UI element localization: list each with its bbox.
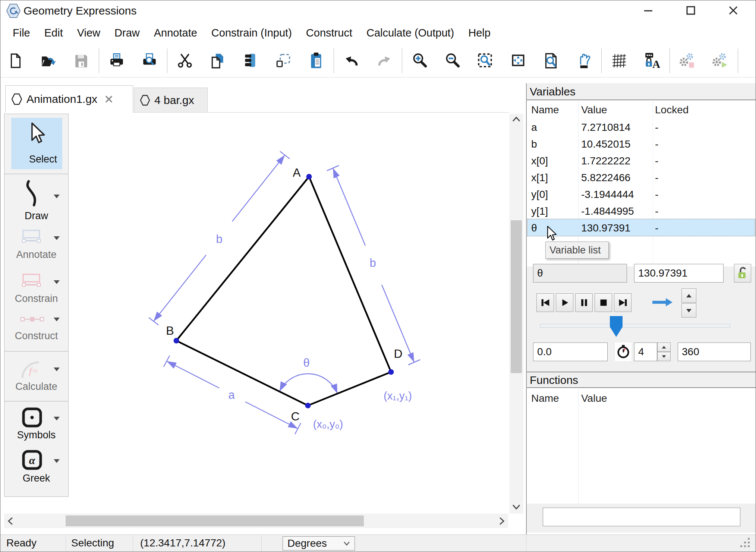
redo-icon[interactable] [376,52,393,69]
animation-end-field[interactable]: 360 [678,343,751,361]
variable-row-b[interactable]: b 10.452015 - [527,135,755,152]
menu-annotate[interactable]: Annotate [147,25,204,41]
horizontal-scroll-thumb[interactable] [66,515,364,526]
point-d[interactable] [388,369,394,375]
duration-button[interactable] [615,343,631,361]
skip-to-start-button[interactable] [536,293,554,312]
variable-row-a[interactable]: a 7.2710814 - [527,119,755,135]
quadrilateral-edges[interactable] [176,177,391,406]
minimize-button[interactable] [634,0,662,20]
scroll-right-icon[interactable] [498,517,505,527]
draw-dropdown-icon[interactable] [54,195,60,198]
tab-animation1[interactable]: Animation1.gx [5,85,133,113]
open-icon[interactable] [40,52,57,69]
duration-up-button[interactable] [657,343,671,352]
variable-row-theta[interactable]: θ 130.97391 - [527,219,755,236]
edge-bc[interactable] [176,341,308,406]
tab-4bar[interactable]: 4 bar.gx [134,88,208,113]
resize-grip[interactable] [740,538,752,549]
greek-dropdown-icon[interactable] [54,459,60,463]
undo-icon[interactable] [343,52,360,69]
scroll-left-icon[interactable] [7,517,14,527]
animation-slider-track[interactable] [540,324,730,328]
tool-annotate[interactable]: Annotate [4,226,68,268]
play-button[interactable] [556,293,573,312]
function-input-field[interactable] [543,508,740,526]
point-b[interactable] [174,338,179,344]
annotate-dropdown-icon[interactable] [54,236,60,240]
grid-icon[interactable] [611,52,628,69]
menu-view[interactable]: View [70,25,107,41]
scroll-down-icon[interactable] [509,504,523,512]
menu-help[interactable]: Help [461,25,498,41]
point-c[interactable] [305,403,311,409]
close-button[interactable] [719,0,747,20]
speed-up-button[interactable] [681,288,696,303]
calculate-dropdown-icon[interactable] [54,368,60,371]
save-icon[interactable] [73,52,90,69]
menu-file[interactable]: File [6,25,37,41]
tool-calculate[interactable]: f= Calculate [4,356,68,400]
animation-duration-field[interactable]: 4 [634,343,657,361]
menu-draw[interactable]: Draw [107,25,147,41]
duration-down-button[interactable] [657,352,671,361]
menu-constrain-input[interactable]: Constrain (Input) [204,25,299,41]
stop-button[interactable] [595,293,612,312]
variable-value-field[interactable]: 130.97391 [634,264,724,283]
point-a[interactable] [306,174,312,180]
variable-row-x1[interactable]: x[1] 5.8222466 - [527,169,755,186]
playback-settings-icon[interactable] [712,52,729,69]
menu-calculate-output[interactable]: Calculate (Output) [359,25,461,41]
tool-greek[interactable]: α Greek [4,448,68,492]
tab-close-icon[interactable] [105,95,113,103]
print-preview-icon[interactable] [141,52,158,69]
zoom-fit-icon[interactable] [510,52,527,69]
paste-icon[interactable] [308,52,325,69]
zoom-out-icon[interactable] [444,52,461,69]
tool-symbols[interactable]: Symbols [4,406,68,447]
pause-button[interactable] [575,293,593,312]
vertical-scroll-thumb[interactable] [511,220,522,373]
edge-ab[interactable] [176,177,309,341]
edge-cd[interactable] [308,372,391,406]
variable-name-field[interactable]: θ [533,264,627,283]
animation-direction-icon[interactable] [651,297,674,308]
duplicate-region-icon[interactable] [275,52,292,69]
scroll-up-icon[interactable] [509,116,523,124]
tool-constrain-label: Constrain [4,293,68,305]
zoom-selection-icon[interactable] [477,52,494,69]
drawing-canvas[interactable]: A B C D b b a θ (x₀,y₀) (x₁,y₁) [69,112,509,514]
print-icon[interactable] [108,52,125,69]
new-document-icon[interactable] [7,52,24,69]
copy-data-icon[interactable] [242,52,259,69]
zoom-in-icon[interactable] [411,52,428,69]
vertical-scrollbar[interactable] [509,114,523,514]
animation-start-field[interactable]: 0.0 [533,343,608,361]
pan-icon[interactable] [575,52,592,69]
copy-icon[interactable] [209,52,226,69]
animation-slider-handle[interactable] [609,316,624,338]
tool-construct[interactable]: Construct [4,312,68,350]
document-settings-icon[interactable] [679,52,696,69]
constrain-dropdown-icon[interactable] [54,280,60,284]
tool-draw[interactable]: Draw [4,178,68,223]
menu-construct[interactable]: Construct [299,25,359,41]
maximize-button[interactable] [677,0,705,20]
skip-to-end-button[interactable] [614,293,631,312]
symbols-dropdown-icon[interactable] [54,417,60,420]
lock-annotations-icon[interactable]: A [643,52,661,69]
horizontal-scrollbar[interactable] [4,514,508,528]
tool-constrain[interactable]: Constrain [4,270,68,312]
cut-icon[interactable] [176,52,193,69]
menu-edit[interactable]: Edit [37,25,70,41]
edge-da[interactable] [309,177,391,372]
variable-row-x0[interactable]: x[0] 1.7222222 - [527,152,755,169]
units-dropdown[interactable]: Degrees [283,536,355,551]
lock-toggle-button[interactable] [734,264,751,283]
zoom-page-icon[interactable] [542,52,560,69]
variable-row-y0[interactable]: y[0] -3.1944444 - [527,186,755,202]
tool-select[interactable]: Select [11,118,62,169]
speed-down-button[interactable] [681,303,696,318]
variable-row-y1[interactable]: y[1] -1.4844995 - [527,202,755,219]
construct-dropdown-icon[interactable] [54,318,60,321]
